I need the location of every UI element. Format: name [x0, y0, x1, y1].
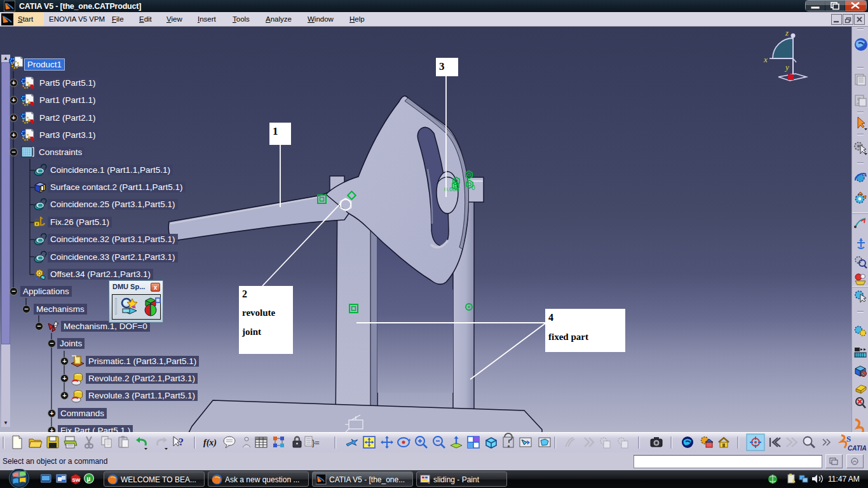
svg-text:fixed part: fixed part: [548, 332, 588, 342]
svg-text:S: S: [846, 434, 851, 444]
svg-text:joint: joint: [241, 327, 261, 337]
svg-text:revolute: revolute: [242, 308, 276, 318]
svg-text:3: 3: [439, 60, 445, 72]
svg-text:?: ?: [179, 437, 184, 447]
svg-text:µ: µ: [87, 475, 91, 482]
svg-text:z: z: [785, 28, 789, 37]
svg-text:CATIA: CATIA: [848, 445, 867, 452]
svg-text:y: y: [784, 62, 789, 72]
svg-text:x: x: [763, 55, 768, 64]
svg-text:SW: SW: [72, 477, 81, 483]
svg-text:0: 0: [471, 184, 475, 191]
svg-text:1: 1: [273, 125, 278, 137]
svg-text:f(x): f(x): [203, 438, 217, 448]
svg-text:}=: }=: [312, 438, 320, 447]
svg-text:2: 2: [242, 288, 247, 299]
svg-text:4: 4: [548, 312, 553, 323]
